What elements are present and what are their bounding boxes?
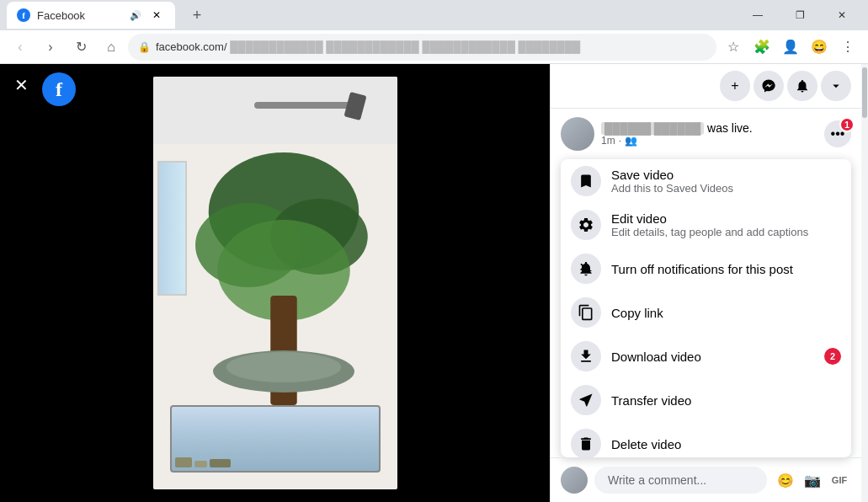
address-text: facebook.com/ ████████████ ████████████ … [156,40,706,53]
context-menu: Save video Add this to Saved Videos Edit… [561,159,851,457]
more-options-button[interactable]: ••• 1 [824,120,851,147]
video-thumbnail [153,77,397,489]
edit-video-icon [571,210,601,240]
address-bar[interactable]: 🔒 facebook.com/ ████████████ ███████████… [128,34,716,61]
emoji-extension-icon[interactable]: 😄 [806,34,833,61]
window-controls: — ❐ ✕ [738,0,861,30]
extensions-icon[interactable]: 🧩 [748,34,775,61]
transfer-video-icon [571,385,601,415]
plant-area [195,144,372,414]
transfer-video-text: Transfer video [611,393,841,408]
save-video-icon [571,166,601,196]
room-window [157,161,187,296]
edit-video-text: Edit video Edit details, tag people and … [611,211,841,238]
copy-link-text: Copy link [611,306,841,320]
post-avatar [561,117,594,151]
facebook-f-logo: f [56,78,62,101]
close-button[interactable]: ✕ [823,0,861,30]
notifications-button[interactable] [787,71,817,101]
turn-off-notifs-text: Turn off notifications for this post [611,262,841,276]
edit-video-menu-item[interactable]: Edit video Edit details, tag people and … [561,203,851,247]
save-video-title: Save video [611,168,841,182]
comment-area: Write a comment... 😊 📷 GIF [551,457,861,502]
home-button[interactable]: ⌂ [98,34,125,61]
emoji-icon[interactable]: 😊 [774,468,797,492]
messenger-button[interactable] [754,71,784,101]
audience-icon: 👥 [625,135,637,147]
minimize-button[interactable]: — [738,0,777,30]
forward-button[interactable]: › [37,34,64,61]
save-video-menu-item[interactable]: Save video Add this to Saved Videos [561,159,851,203]
delete-video-title: Delete video [611,437,841,451]
svg-point-8 [226,352,341,382]
copy-link-icon [571,297,601,328]
ceiling-track [254,102,355,109]
turn-off-notifs-title: Turn off notifications for this post [611,262,841,276]
facebook-logo: f [42,72,76,106]
turn-off-notifs-menu-item[interactable]: Turn off notifications for this post [561,247,851,291]
post-separator: · [619,135,621,147]
post-meta: 1m · 👥 [601,135,817,147]
comment-input[interactable]: Write a comment... [594,467,767,494]
video-close-button[interactable]: ✕ [8,72,34,98]
comment-icons: 😊 📷 GIF [774,468,851,492]
camera-icon[interactable]: 📷 [801,468,824,492]
dropdown-button[interactable] [821,71,851,101]
post-username: ██████ ██████ was live. [601,121,817,135]
right-panel: + ██████ ██████ wa [550,64,861,502]
edit-video-title: Edit video [611,211,841,226]
browser-frame: f Facebook 🔊 ✕ + — ❐ ✕ ‹ › ↻ ⌂ 🔒 faceboo… [0,0,868,502]
delete-video-text: Delete video [611,437,841,451]
download-video-icon [571,341,601,371]
post-time: 1m [601,135,615,147]
bookmark-icon[interactable]: ☆ [720,34,747,61]
maximize-button[interactable]: ❐ [780,0,819,30]
post-info: ██████ ██████ was live. 1m · 👥 ••• 1 [551,109,861,159]
title-bar: f Facebook 🔊 ✕ + — ❐ ✕ [0,0,868,30]
transfer-video-title: Transfer video [611,393,841,408]
nav-bar: ‹ › ↻ ⌂ 🔒 facebook.com/ ████████████ ███… [0,30,868,64]
tab-audio-icon: 🔊 [130,10,141,21]
save-video-subtitle: Add this to Saved Videos [611,182,841,195]
notification-badge: 1 [839,117,855,132]
delete-video-menu-item[interactable]: Delete video [561,422,851,457]
back-button[interactable]: ‹ [7,34,34,61]
scrollbar-thumb[interactable] [862,67,867,118]
more-options-icon[interactable]: ⋮ [834,34,861,61]
turn-off-notifs-icon [571,254,601,284]
reload-button[interactable]: ↻ [67,34,94,61]
download-video-badge: 2 [824,348,841,365]
download-video-title: Download video [611,350,814,364]
post-text: ██████ ██████ was live. 1m · 👥 [601,121,817,147]
browser-tab[interactable]: f Facebook 🔊 ✕ [7,2,175,29]
download-video-text: Download video [611,350,814,364]
new-tab-button[interactable]: + [185,3,209,27]
tab-title: Facebook [37,9,123,22]
panel-header: + [551,64,861,109]
transfer-video-menu-item[interactable]: Transfer video [561,378,851,422]
scrollbar[interactable] [861,64,868,502]
svg-text:f: f [22,10,25,20]
page-content: ✕ f [0,64,868,502]
post-action: was live. [707,121,753,135]
add-button[interactable]: + [720,71,750,101]
edit-video-subtitle: Edit details, tag people and add caption… [611,226,841,238]
gif-icon[interactable]: GIF [828,468,851,492]
toolbar-icons: ☆ 🧩 👤 😄 ⋮ [720,34,861,61]
aquarium [170,405,381,473]
video-area: ✕ f [0,64,550,502]
tab-favicon: f [17,8,30,22]
tab-close-button[interactable]: ✕ [148,7,165,24]
lock-icon: 🔒 [138,41,151,53]
profile-icon[interactable]: 👤 [777,34,804,61]
avatar-image [561,117,594,151]
save-video-text: Save video Add this to Saved Videos [611,168,841,195]
copy-link-menu-item[interactable]: Copy link [561,291,851,334]
download-video-menu-item[interactable]: Download video 2 [561,334,851,378]
comment-avatar [561,467,588,494]
copy-link-title: Copy link [611,306,841,320]
delete-video-icon [571,429,601,457]
